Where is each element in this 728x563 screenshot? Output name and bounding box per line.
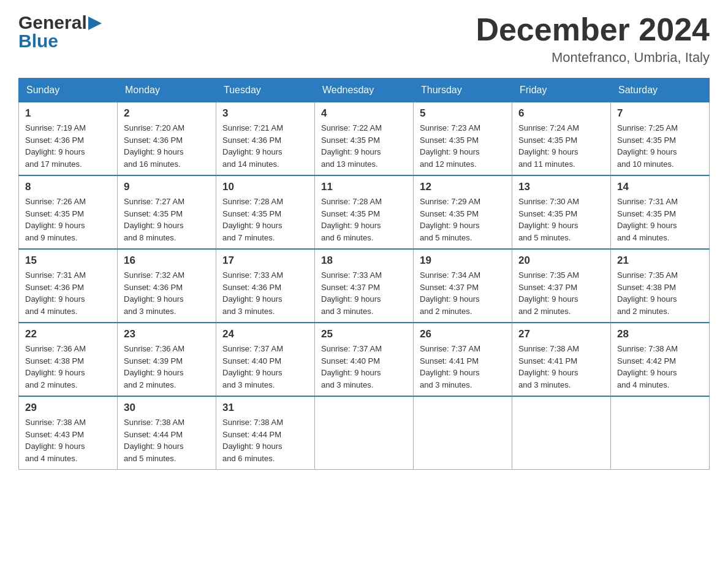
day-number: 4 xyxy=(321,107,407,120)
week-row-1: 1Sunrise: 7:19 AMSunset: 4:36 PMDaylight… xyxy=(19,102,710,176)
day-number: 11 xyxy=(321,181,407,193)
calendar-cell: 2Sunrise: 7:20 AMSunset: 4:36 PMDaylight… xyxy=(118,102,216,176)
col-header-saturday: Saturday xyxy=(611,79,710,102)
calendar-cell: 31Sunrise: 7:38 AMSunset: 4:44 PMDayligh… xyxy=(216,396,315,470)
day-number: 26 xyxy=(420,328,506,340)
day-number: 14 xyxy=(617,181,703,193)
day-info: Sunrise: 7:36 AMSunset: 4:38 PMDaylight:… xyxy=(25,343,111,391)
day-number: 10 xyxy=(222,181,308,193)
day-number: 15 xyxy=(25,255,111,267)
day-number: 1 xyxy=(25,107,111,120)
day-number: 23 xyxy=(124,328,210,340)
day-info: Sunrise: 7:33 AMSunset: 4:37 PMDaylight:… xyxy=(321,269,407,317)
calendar-cell: 15Sunrise: 7:31 AMSunset: 4:36 PMDayligh… xyxy=(19,249,118,323)
calendar-cell: 11Sunrise: 7:28 AMSunset: 4:35 PMDayligh… xyxy=(315,175,414,249)
day-number: 18 xyxy=(321,255,407,267)
calendar-cell xyxy=(414,396,512,470)
day-number: 16 xyxy=(124,255,210,267)
day-info: Sunrise: 7:38 AMSunset: 4:41 PMDaylight:… xyxy=(518,343,604,391)
day-info: Sunrise: 7:27 AMSunset: 4:35 PMDaylight:… xyxy=(124,196,210,243)
day-info: Sunrise: 7:28 AMSunset: 4:35 PMDaylight:… xyxy=(321,196,407,243)
day-info: Sunrise: 7:31 AMSunset: 4:36 PMDaylight:… xyxy=(25,269,111,317)
day-info: Sunrise: 7:38 AMSunset: 4:44 PMDaylight:… xyxy=(124,416,210,464)
day-number: 21 xyxy=(617,255,703,267)
day-number: 19 xyxy=(420,255,506,267)
day-info: Sunrise: 7:36 AMSunset: 4:39 PMDaylight:… xyxy=(124,343,210,391)
calendar-cell: 30Sunrise: 7:38 AMSunset: 4:44 PMDayligh… xyxy=(118,396,216,470)
title-block: December 2024 Montefranco, Umbria, Italy xyxy=(476,12,710,66)
month-title: December 2024 xyxy=(476,12,710,47)
day-info: Sunrise: 7:35 AMSunset: 4:38 PMDaylight:… xyxy=(617,269,703,317)
day-info: Sunrise: 7:33 AMSunset: 4:36 PMDaylight:… xyxy=(222,269,308,317)
day-info: Sunrise: 7:38 AMSunset: 4:42 PMDaylight:… xyxy=(617,343,703,391)
calendar-cell: 28Sunrise: 7:38 AMSunset: 4:42 PMDayligh… xyxy=(611,323,710,396)
logo: General Blue xyxy=(18,12,102,52)
calendar-cell: 1Sunrise: 7:19 AMSunset: 4:36 PMDaylight… xyxy=(19,102,118,176)
day-number: 28 xyxy=(617,328,703,340)
day-info: Sunrise: 7:30 AMSunset: 4:35 PMDaylight:… xyxy=(518,196,604,243)
calendar-cell: 3Sunrise: 7:21 AMSunset: 4:36 PMDaylight… xyxy=(216,102,315,176)
day-info: Sunrise: 7:35 AMSunset: 4:37 PMDaylight:… xyxy=(518,269,604,317)
calendar-cell: 24Sunrise: 7:37 AMSunset: 4:40 PMDayligh… xyxy=(216,323,315,396)
calendar-cell: 19Sunrise: 7:34 AMSunset: 4:37 PMDayligh… xyxy=(414,249,512,323)
day-number: 2 xyxy=(124,107,210,120)
calendar-cell: 7Sunrise: 7:25 AMSunset: 4:35 PMDaylight… xyxy=(611,102,710,176)
calendar-cell: 23Sunrise: 7:36 AMSunset: 4:39 PMDayligh… xyxy=(118,323,216,396)
calendar-cell: 14Sunrise: 7:31 AMSunset: 4:35 PMDayligh… xyxy=(611,175,710,249)
calendar-cell: 22Sunrise: 7:36 AMSunset: 4:38 PMDayligh… xyxy=(19,323,118,396)
day-info: Sunrise: 7:38 AMSunset: 4:43 PMDaylight:… xyxy=(25,416,111,464)
day-info: Sunrise: 7:21 AMSunset: 4:36 PMDaylight:… xyxy=(222,122,308,170)
calendar-cell: 6Sunrise: 7:24 AMSunset: 4:35 PMDaylight… xyxy=(512,102,611,176)
day-number: 25 xyxy=(321,328,407,340)
calendar-cell: 12Sunrise: 7:29 AMSunset: 4:35 PMDayligh… xyxy=(414,175,512,249)
col-header-sunday: Sunday xyxy=(19,79,118,102)
day-number: 17 xyxy=(222,255,308,267)
day-info: Sunrise: 7:24 AMSunset: 4:35 PMDaylight:… xyxy=(518,122,604,170)
logo-icon xyxy=(88,17,102,30)
header-row: SundayMondayTuesdayWednesdayThursdayFrid… xyxy=(19,79,710,102)
page-header: General Blue December 2024 Montefranco, … xyxy=(18,12,710,66)
day-number: 24 xyxy=(222,328,308,340)
day-info: Sunrise: 7:29 AMSunset: 4:35 PMDaylight:… xyxy=(420,196,506,243)
calendar-cell: 20Sunrise: 7:35 AMSunset: 4:37 PMDayligh… xyxy=(512,249,611,323)
calendar-cell xyxy=(611,396,710,470)
day-info: Sunrise: 7:37 AMSunset: 4:40 PMDaylight:… xyxy=(321,343,407,391)
day-info: Sunrise: 7:22 AMSunset: 4:35 PMDaylight:… xyxy=(321,122,407,170)
calendar-cell: 18Sunrise: 7:33 AMSunset: 4:37 PMDayligh… xyxy=(315,249,414,323)
day-number: 31 xyxy=(222,402,308,414)
day-info: Sunrise: 7:26 AMSunset: 4:35 PMDaylight:… xyxy=(25,196,111,243)
week-row-5: 29Sunrise: 7:38 AMSunset: 4:43 PMDayligh… xyxy=(19,396,710,470)
day-number: 27 xyxy=(518,328,604,340)
calendar-cell: 26Sunrise: 7:37 AMSunset: 4:41 PMDayligh… xyxy=(414,323,512,396)
calendar-table: SundayMondayTuesdayWednesdayThursdayFrid… xyxy=(18,78,710,470)
day-info: Sunrise: 7:19 AMSunset: 4:36 PMDaylight:… xyxy=(25,122,111,170)
day-number: 3 xyxy=(222,107,308,120)
day-number: 29 xyxy=(25,402,111,414)
day-number: 22 xyxy=(25,328,111,340)
col-header-wednesday: Wednesday xyxy=(315,79,414,102)
day-info: Sunrise: 7:38 AMSunset: 4:44 PMDaylight:… xyxy=(222,416,308,464)
day-info: Sunrise: 7:25 AMSunset: 4:35 PMDaylight:… xyxy=(617,122,703,170)
calendar-cell: 25Sunrise: 7:37 AMSunset: 4:40 PMDayligh… xyxy=(315,323,414,396)
day-number: 13 xyxy=(518,181,604,193)
location-title: Montefranco, Umbria, Italy xyxy=(476,50,710,66)
calendar-cell: 4Sunrise: 7:22 AMSunset: 4:35 PMDaylight… xyxy=(315,102,414,176)
col-header-monday: Monday xyxy=(118,79,216,102)
logo-general-text: General xyxy=(18,12,87,33)
calendar-cell: 8Sunrise: 7:26 AMSunset: 4:35 PMDaylight… xyxy=(19,175,118,249)
col-header-friday: Friday xyxy=(512,79,611,102)
day-number: 12 xyxy=(420,181,506,193)
calendar-cell: 27Sunrise: 7:38 AMSunset: 4:41 PMDayligh… xyxy=(512,323,611,396)
svg-marker-0 xyxy=(88,17,102,30)
calendar-cell: 21Sunrise: 7:35 AMSunset: 4:38 PMDayligh… xyxy=(611,249,710,323)
day-number: 6 xyxy=(518,107,604,120)
day-number: 8 xyxy=(25,181,111,193)
calendar-cell: 9Sunrise: 7:27 AMSunset: 4:35 PMDaylight… xyxy=(118,175,216,249)
calendar-cell: 16Sunrise: 7:32 AMSunset: 4:36 PMDayligh… xyxy=(118,249,216,323)
day-info: Sunrise: 7:20 AMSunset: 4:36 PMDaylight:… xyxy=(124,122,210,170)
calendar-cell: 17Sunrise: 7:33 AMSunset: 4:36 PMDayligh… xyxy=(216,249,315,323)
day-number: 9 xyxy=(124,181,210,193)
day-info: Sunrise: 7:37 AMSunset: 4:41 PMDaylight:… xyxy=(420,343,506,391)
day-info: Sunrise: 7:28 AMSunset: 4:35 PMDaylight:… xyxy=(222,196,308,243)
logo-blue-text: Blue xyxy=(18,31,58,52)
